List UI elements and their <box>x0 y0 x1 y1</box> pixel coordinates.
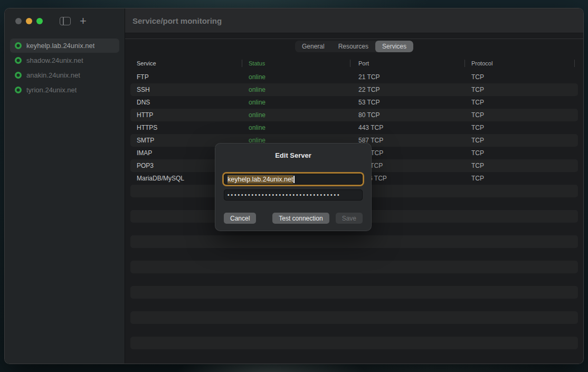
empty-table-row <box>130 286 578 299</box>
content-top-divider <box>125 39 583 39</box>
table-header: Service Status Port Protocol <box>130 56 578 71</box>
column-header-service[interactable]: Service <box>130 56 242 71</box>
server-list: keyhelp.lab.24unix.net shadow.24unix.net… <box>5 34 125 102</box>
add-server-icon[interactable]: + <box>80 17 87 25</box>
dialog-title: Edit Server <box>215 151 371 160</box>
table-row[interactable]: HTTP online 80 TCP TCP <box>130 109 578 121</box>
edit-server-dialog: Edit Server keyhelp.lab.24unix.net •••••… <box>215 143 372 231</box>
cell-port: 53 TCP <box>350 99 465 106</box>
cell-port: 443 TCP <box>350 124 465 131</box>
table-row[interactable]: DNS online 53 TCP TCP <box>130 96 578 109</box>
cell-protocol: TCP <box>465 162 575 169</box>
column-header-status[interactable]: Status <box>242 56 350 71</box>
column-header-port[interactable]: Port <box>350 56 465 71</box>
zoom-window-button[interactable] <box>36 18 43 24</box>
cell-service: HTTP <box>130 111 242 119</box>
tab-resources[interactable]: Resources <box>331 41 375 52</box>
hostname-selected-text: keyhelp.lab.24unix.net <box>227 175 293 184</box>
sidebar-titlebar: + <box>5 8 125 34</box>
cell-protocol: TCP <box>465 73 575 81</box>
cell-protocol: TCP <box>465 99 575 106</box>
cell-status: online <box>242 86 350 93</box>
server-name: shadow.24unix.net <box>26 56 83 64</box>
cell-service: FTP <box>130 73 242 81</box>
tabs-row: General Resources Services <box>125 41 583 52</box>
text-caret <box>293 176 295 183</box>
server-name: tyrion.24unix.net <box>26 86 77 94</box>
empty-table-row <box>130 273 578 286</box>
cell-protocol: TCP <box>465 124 575 131</box>
cell-protocol: TCP <box>465 111 575 119</box>
empty-table-row <box>130 311 578 324</box>
cell-status: online <box>242 73 350 81</box>
dialog-button-row: Cancel Test connection Save <box>224 213 363 224</box>
cancel-button[interactable]: Cancel <box>224 213 256 224</box>
empty-table-row <box>130 248 578 261</box>
cell-protocol: TCP <box>465 175 575 182</box>
sidebar-item-keyhelp[interactable]: keyhelp.lab.24unix.net <box>10 39 119 53</box>
table-row[interactable]: FTP online 21 TCP TCP <box>130 71 578 83</box>
empty-table-row <box>130 299 578 311</box>
cell-port: 21 TCP <box>350 73 465 81</box>
save-button[interactable]: Save <box>336 213 363 224</box>
cell-protocol: TCP <box>465 149 575 157</box>
cell-service: HTTPS <box>130 124 242 131</box>
sidebar-item-anakin[interactable]: anakin.24unix.net <box>10 68 119 82</box>
column-header-protocol[interactable]: Protocol <box>465 56 575 71</box>
server-online-dot-icon <box>15 87 22 93</box>
sidebar: + keyhelp.lab.24unix.net shadow.24unix.n… <box>5 8 125 364</box>
cell-protocol: TCP <box>465 137 575 144</box>
sidebar-toggle-icon[interactable] <box>60 17 71 25</box>
empty-table-row <box>130 261 578 273</box>
sidebar-item-shadow[interactable]: shadow.24unix.net <box>10 53 119 68</box>
tab-general[interactable]: General <box>295 41 331 52</box>
tab-segmented-control: General Resources Services <box>295 41 413 52</box>
cell-port: 22 TCP <box>350 86 465 93</box>
tab-services[interactable]: Services <box>375 41 413 52</box>
cell-port: 80 TCP <box>350 111 465 119</box>
test-connection-button[interactable]: Test connection <box>272 213 329 224</box>
app-window: + keyhelp.lab.24unix.net shadow.24unix.n… <box>4 8 584 364</box>
cell-status: online <box>242 111 350 119</box>
server-online-dot-icon <box>15 42 22 49</box>
server-online-dot-icon <box>15 72 22 79</box>
cell-service: SSH <box>130 86 242 93</box>
empty-table-row <box>130 324 578 337</box>
desktop-wallpaper: + keyhelp.lab.24unix.net shadow.24unix.n… <box>0 0 588 372</box>
cell-service: DNS <box>130 99 242 106</box>
password-masked-value: ••••••••••••••••••••••••••••••••• <box>227 192 341 198</box>
empty-table-row <box>130 337 578 349</box>
server-online-dot-icon <box>15 57 22 64</box>
cell-status: online <box>242 124 350 131</box>
window-titlebar: Service/port monitoring <box>125 8 583 33</box>
empty-table-row <box>130 235 578 248</box>
hostname-input[interactable]: keyhelp.lab.24unix.net <box>224 174 363 185</box>
page-title: Service/port monitoring <box>132 16 222 25</box>
minimize-window-button[interactable] <box>26 18 32 24</box>
cell-status: online <box>242 99 350 106</box>
table-row[interactable]: SSH online 22 TCP TCP <box>130 83 578 96</box>
server-name: keyhelp.lab.24unix.net <box>26 42 94 50</box>
server-name: anakin.24unix.net <box>26 71 80 79</box>
password-input[interactable]: ••••••••••••••••••••••••••••••••• <box>224 189 363 201</box>
close-window-button[interactable] <box>15 18 22 24</box>
table-row[interactable]: HTTPS online 443 TCP TCP <box>130 121 578 134</box>
cell-protocol: TCP <box>465 86 575 93</box>
sidebar-item-tyrion[interactable]: tyrion.24unix.net <box>10 83 119 97</box>
